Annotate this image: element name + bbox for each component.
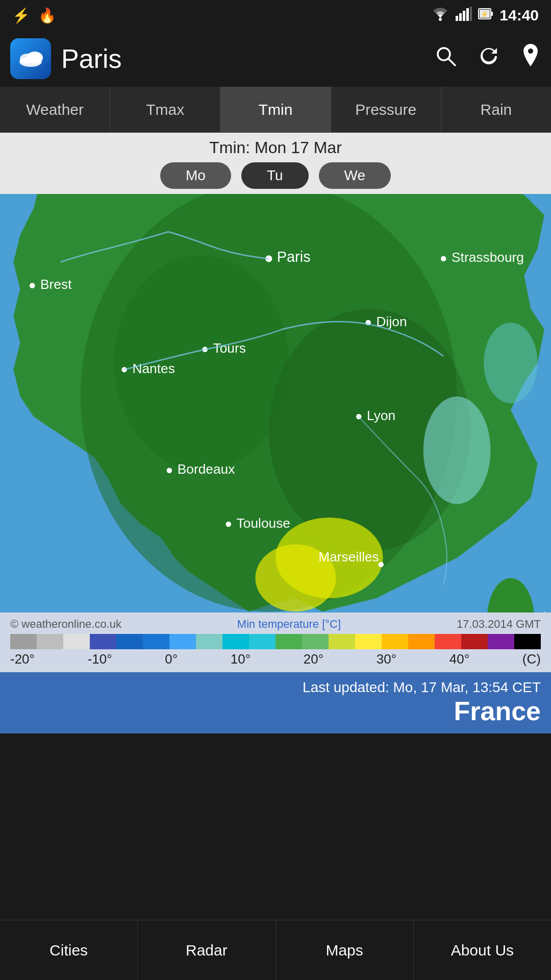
scale-seg-12 xyxy=(302,634,329,649)
svg-text:Strassbourg: Strassbourg xyxy=(452,250,524,265)
temp-20: 20° xyxy=(304,651,323,667)
svg-rect-4 xyxy=(466,8,469,21)
svg-point-34 xyxy=(441,256,446,262)
search-icon[interactable] xyxy=(435,45,457,72)
nav-radar[interactable]: Radar xyxy=(138,920,276,980)
day-tu[interactable]: Tu xyxy=(241,162,309,189)
svg-point-0 xyxy=(439,18,442,21)
app-bar-icons xyxy=(435,44,541,74)
nav-cities[interactable]: Cities xyxy=(0,920,138,980)
date-label: Tmin: Mon 17 Mar xyxy=(209,138,342,157)
scale-seg-8 xyxy=(196,634,222,649)
refresh-icon[interactable] xyxy=(478,45,500,72)
svg-text:Bastia: Bastia xyxy=(516,609,551,612)
flame-icon: 🔥 xyxy=(38,7,56,24)
battery-icon: ⚡ xyxy=(478,7,493,24)
svg-text:⚡: ⚡ xyxy=(481,10,488,18)
status-left: ⚡ 🔥 xyxy=(12,7,56,24)
info-panel: Last updated: Mo, 17 Mar, 13:54 CET Fran… xyxy=(0,672,551,733)
signal-icon xyxy=(456,7,472,24)
scale-seg-10 xyxy=(249,634,276,649)
location-icon[interactable] xyxy=(520,44,541,74)
scale-seg-5 xyxy=(116,634,143,649)
legend-bar: © weatheronline.co.uk Min temperature [°… xyxy=(0,612,551,672)
date-row: Tmin: Mon 17 Mar Mo Tu We xyxy=(0,133,551,194)
svg-rect-3 xyxy=(463,11,465,21)
day-buttons: Mo Tu We xyxy=(160,162,391,189)
scale-seg-9 xyxy=(222,634,249,649)
svg-point-44 xyxy=(379,562,384,568)
nav-about[interactable]: About Us xyxy=(414,920,551,980)
scale-seg-15 xyxy=(382,634,408,649)
svg-point-28 xyxy=(30,283,35,288)
legend-info: © weatheronline.co.uk Min temperature [°… xyxy=(10,618,541,631)
legend-date: 17.03.2014 GMT xyxy=(457,618,541,631)
usb-icon: ⚡ xyxy=(12,7,30,24)
scale-seg-16 xyxy=(408,634,435,649)
tab-bar: Weather Tmax Tmin Pressure Rain xyxy=(0,87,551,133)
svg-point-22 xyxy=(484,323,537,403)
temp-minus20: -20° xyxy=(10,651,35,667)
scale-seg-11 xyxy=(276,634,302,649)
wifi-icon xyxy=(431,7,449,24)
nav-maps[interactable]: Maps xyxy=(276,920,414,980)
tab-pressure[interactable]: Pressure xyxy=(331,87,441,132)
svg-rect-2 xyxy=(459,13,462,21)
svg-rect-5 xyxy=(470,7,472,21)
tab-tmax[interactable]: Tmax xyxy=(110,87,220,132)
scale-seg-20 xyxy=(514,634,541,649)
tab-weather[interactable]: Weather xyxy=(0,87,110,132)
legend-copyright: © weatheronline.co.uk xyxy=(10,618,121,631)
svg-text:Bordeaux: Bordeaux xyxy=(178,461,235,477)
app-icon xyxy=(10,38,51,79)
legend-title: Min temperature [°C] xyxy=(237,618,341,631)
day-we[interactable]: We xyxy=(319,162,391,189)
svg-text:Paris: Paris xyxy=(277,249,311,265)
status-bar: ⚡ 🔥 ⚡ xyxy=(0,0,551,31)
svg-text:Nantes: Nantes xyxy=(132,361,174,376)
scale-seg-17 xyxy=(435,634,461,649)
scale-seg-14 xyxy=(355,634,382,649)
color-scale xyxy=(10,634,541,649)
scale-seg-18 xyxy=(461,634,488,649)
tab-rain[interactable]: Rain xyxy=(441,87,551,132)
svg-text:Brest: Brest xyxy=(40,277,72,292)
temp-30: 30° xyxy=(377,651,396,667)
temp-minus10: -10° xyxy=(88,651,112,667)
svg-text:Marseilles: Marseilles xyxy=(318,549,379,565)
scale-seg-4 xyxy=(90,634,116,649)
scale-seg-3 xyxy=(63,634,90,649)
svg-text:Toulouse: Toulouse xyxy=(237,516,290,531)
scale-seg-1 xyxy=(10,634,37,649)
svg-rect-1 xyxy=(456,16,458,21)
svg-rect-7 xyxy=(491,12,493,16)
app-bar: Paris xyxy=(0,31,551,87)
svg-point-21 xyxy=(423,397,491,504)
day-mo[interactable]: Mo xyxy=(160,162,231,189)
scale-seg-6 xyxy=(143,634,169,649)
status-right: ⚡ 14:40 xyxy=(431,7,539,24)
map-container: Paris Calais Brest Nantes Tours Strassbo… xyxy=(0,194,551,612)
scale-seg-7 xyxy=(169,634,196,649)
temp-10: 10° xyxy=(231,651,251,667)
scale-seg-13 xyxy=(329,634,355,649)
city-name: Paris xyxy=(61,43,424,74)
last-updated: Last updated: Mo, 17 Mar, 13:54 CET xyxy=(303,679,541,696)
temp-c: (C) xyxy=(522,651,541,667)
tab-tmin[interactable]: Tmin xyxy=(220,87,331,132)
svg-text:Lyon: Lyon xyxy=(367,408,395,423)
svg-point-40 xyxy=(167,468,172,473)
country-name: France xyxy=(454,696,541,726)
scale-seg-2 xyxy=(37,634,63,649)
svg-point-12 xyxy=(27,52,43,64)
temp-0: 0° xyxy=(165,651,178,667)
temp-40: 40° xyxy=(449,651,469,667)
svg-point-42 xyxy=(226,522,232,527)
temp-labels: -20° -10° 0° 10° 20° 30° 40° (C) xyxy=(10,651,541,667)
time: 14:40 xyxy=(499,7,539,24)
scale-seg-19 xyxy=(488,634,514,649)
bottom-nav: Cities Radar Maps About Us xyxy=(0,920,551,980)
svg-text:Tours: Tours xyxy=(213,340,246,356)
svg-line-14 xyxy=(448,59,455,65)
